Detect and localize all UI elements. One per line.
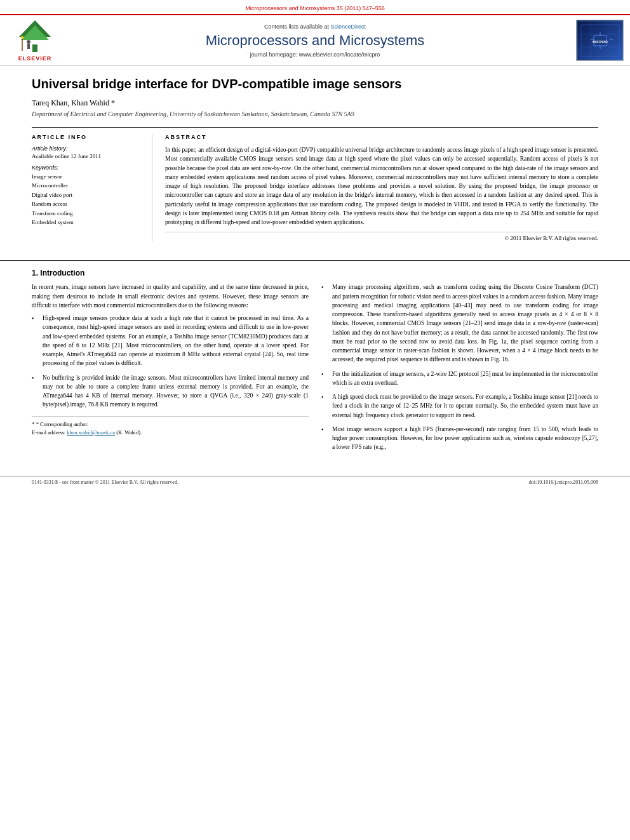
article-info-panel: ARTICLE INFO Article history: Available … bbox=[32, 134, 152, 241]
journal-title: Microprocessors and Microsystems bbox=[64, 32, 566, 49]
available-online: Available online 12 June 2011 bbox=[32, 153, 142, 159]
copyright: © 2011 Elsevier B.V. All rights reserved… bbox=[165, 232, 598, 241]
bullet-text-r2: For the initialization of image sensors,… bbox=[332, 370, 598, 388]
bullet-text-1: High-speed image sensors produce data at… bbox=[43, 314, 309, 368]
micpro-logo: MICPRO bbox=[576, 20, 624, 61]
abstract-title: ABSTRACT bbox=[165, 134, 598, 140]
keyword-5: Transform coding bbox=[32, 209, 142, 218]
bullet-item-r3: • A high speed clock must be provided to… bbox=[321, 392, 598, 420]
journal-center: Contents lists available at ScienceDirec… bbox=[64, 23, 566, 58]
bullet-item-1: • High-speed image sensors produce data … bbox=[32, 314, 309, 368]
keywords-label: Keywords: bbox=[32, 164, 142, 171]
bullet-text-r4: Most image sensors support a high FPS (f… bbox=[332, 425, 598, 452]
keyword-2: Microcontroller bbox=[32, 181, 142, 190]
bullet-item-r2: • For the initialization of image sensor… bbox=[321, 370, 598, 388]
abstract-panel: ABSTRACT In this paper, an efficient des… bbox=[165, 134, 598, 241]
keyword-4: Random access bbox=[32, 199, 142, 208]
svg-point-5 bbox=[27, 40, 30, 44]
keywords-section: Keywords: Image sensor Microcontroller D… bbox=[32, 164, 142, 227]
bullet-text-r1: Many image processing algorithms, such a… bbox=[332, 283, 598, 364]
keyword-3: Digital video port bbox=[32, 190, 142, 199]
keyword-1: Image sensor bbox=[32, 172, 142, 181]
bullet-item-r4: • Most image sensors support a high FPS … bbox=[321, 425, 598, 452]
right-column: • Many image processing algorithms, such… bbox=[321, 283, 598, 457]
intro-para1: In recent years, image sensors have incr… bbox=[32, 283, 309, 310]
science-direct-line: Contents lists available at ScienceDirec… bbox=[64, 23, 566, 30]
bullet-item-r1: • Many image processing algorithms, such… bbox=[321, 283, 598, 364]
svg-rect-0 bbox=[32, 44, 37, 52]
history-label: Article history: bbox=[32, 145, 142, 152]
bullet-text-r3: A high speed clock must be provided to t… bbox=[332, 392, 598, 420]
journal-banner: ELSEVIER Contents lists available at Sci… bbox=[0, 14, 630, 66]
elsevier-logo: ELSEVIER bbox=[6, 19, 64, 62]
science-direct-link[interactable]: ScienceDirect bbox=[331, 23, 366, 30]
svg-text:MICPRO: MICPRO bbox=[593, 40, 608, 44]
main-content: 1. Introduction In recent years, image s… bbox=[0, 260, 630, 466]
email-link[interactable]: khan.wahid@usask.ca bbox=[67, 429, 115, 436]
elsevier-tree-icon bbox=[16, 19, 54, 54]
paper-title: Universal bridge interface for DVP-compa… bbox=[32, 76, 598, 92]
content-area: Universal bridge interface for DVP-compa… bbox=[0, 66, 630, 260]
svg-point-4 bbox=[21, 36, 23, 39]
copyright-left: 0141-9331/$ - see front matter © 2011 El… bbox=[32, 479, 178, 485]
journal-logo-right: MICPRO bbox=[566, 20, 624, 61]
affiliation: Department of Electrical and Computer En… bbox=[32, 110, 598, 117]
article-info-abstract: ARTICLE INFO Article history: Available … bbox=[32, 127, 598, 241]
svg-rect-6 bbox=[27, 44, 30, 49]
micpro-logo-image: MICPRO bbox=[578, 22, 622, 60]
article-info-title: ARTICLE INFO bbox=[32, 134, 142, 140]
bullet-text-2: No buffering is provided inside the imag… bbox=[43, 373, 309, 410]
doi-right: doi:10.1016/j.micpro.2011.05.008 bbox=[529, 479, 598, 485]
keywords-list: Image sensor Microcontroller Digital vid… bbox=[32, 172, 142, 227]
bullet-item-2: • No buffering is provided inside the im… bbox=[32, 373, 309, 410]
left-column: In recent years, image sensors have incr… bbox=[32, 283, 309, 457]
journal-homepage: journal homepage: www.elsevier.com/locat… bbox=[64, 51, 566, 58]
intro-body: In recent years, image sensors have incr… bbox=[32, 283, 598, 457]
abstract-text: In this paper, an efficient design of a … bbox=[165, 145, 598, 227]
authors: Tareq Khan, Khan Wahid * bbox=[32, 98, 598, 108]
footnote-star: * * Corresponding author. bbox=[32, 420, 309, 429]
elsevier-label: ELSEVIER bbox=[18, 55, 52, 62]
intro-title: 1. Introduction bbox=[32, 269, 598, 277]
bottom-bar: 0141-9331/$ - see front matter © 2011 El… bbox=[0, 476, 630, 488]
journal-citation: Microprocessors and Microsystems 35 (201… bbox=[0, 0, 630, 14]
article-history: Article history: Available online 12 Jun… bbox=[32, 145, 142, 159]
keyword-6: Embedded system bbox=[32, 218, 142, 227]
footnote-area: * * Corresponding author. E-mail address… bbox=[32, 416, 309, 437]
footnote-email: E-mail address: khan.wahid@usask.ca (K. … bbox=[32, 429, 309, 437]
